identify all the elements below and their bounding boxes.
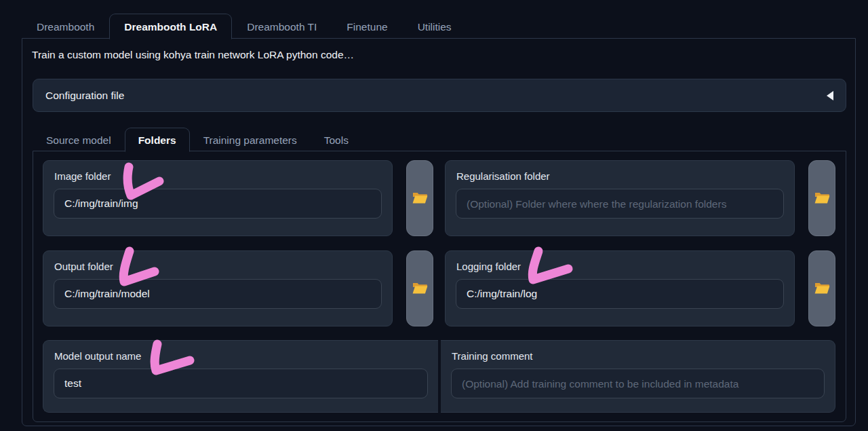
- tab-training-parameters[interactable]: Training parameters: [190, 128, 311, 151]
- output-folder-group: Output folder: [43, 250, 393, 326]
- regularisation-folder-input[interactable]: [456, 189, 784, 219]
- training-comment-group: Training comment: [441, 340, 835, 413]
- main-tab-bar: Dreambooth Dreambooth LoRA Dreambooth TI…: [22, 14, 467, 39]
- training-comment-input[interactable]: [451, 369, 825, 398]
- page-description: Train a custom model using kohya train n…: [32, 49, 354, 61]
- output-folder-input[interactable]: [54, 279, 382, 309]
- accordion-label: Configuration file: [45, 90, 124, 102]
- image-folder-label: Image folder: [54, 170, 382, 182]
- image-folder-browse-button[interactable]: [406, 160, 433, 236]
- folders-tab-panel: Image folder Regularisation folder Outpu…: [33, 151, 846, 422]
- model-output-name-label: Model output name: [54, 350, 428, 362]
- image-folder-group: Image folder: [43, 160, 393, 236]
- output-folder-label: Output folder: [54, 261, 382, 272]
- image-folder-input[interactable]: [54, 189, 382, 219]
- configuration-file-accordion[interactable]: Configuration file: [33, 79, 846, 112]
- logging-folder-input[interactable]: [456, 279, 784, 309]
- open-folder-icon: [814, 191, 830, 205]
- open-folder-icon: [412, 191, 428, 205]
- model-output-name-input[interactable]: [54, 369, 428, 398]
- tab-finetune[interactable]: Finetune: [332, 14, 402, 39]
- regularisation-folder-label: Regularisation folder: [456, 170, 784, 182]
- triangle-left-icon: [827, 91, 833, 100]
- tab-utilities[interactable]: Utilities: [403, 14, 467, 39]
- regularisation-folder-browse-button[interactable]: [808, 160, 835, 236]
- tab-tools[interactable]: Tools: [311, 128, 362, 151]
- regularisation-folder-group: Regularisation folder: [445, 160, 795, 236]
- open-folder-icon: [412, 282, 428, 295]
- tab-dreambooth[interactable]: Dreambooth: [22, 14, 109, 39]
- logging-folder-group: Logging folder: [445, 250, 795, 326]
- tab-folders[interactable]: Folders: [125, 128, 190, 152]
- tab-dreambooth-ti[interactable]: Dreambooth TI: [232, 14, 332, 39]
- model-output-name-group: Model output name: [43, 340, 438, 413]
- sub-tab-bar: Source model Folders Training parameters…: [33, 128, 362, 151]
- output-folder-browse-button[interactable]: [406, 250, 433, 326]
- training-comment-label: Training comment: [452, 350, 825, 362]
- open-folder-icon: [814, 282, 830, 295]
- logging-folder-browse-button[interactable]: [808, 250, 835, 326]
- tab-dreambooth-lora[interactable]: Dreambooth LoRA: [109, 14, 232, 39]
- logging-folder-label: Logging folder: [456, 261, 784, 272]
- tab-source-model[interactable]: Source model: [33, 128, 125, 151]
